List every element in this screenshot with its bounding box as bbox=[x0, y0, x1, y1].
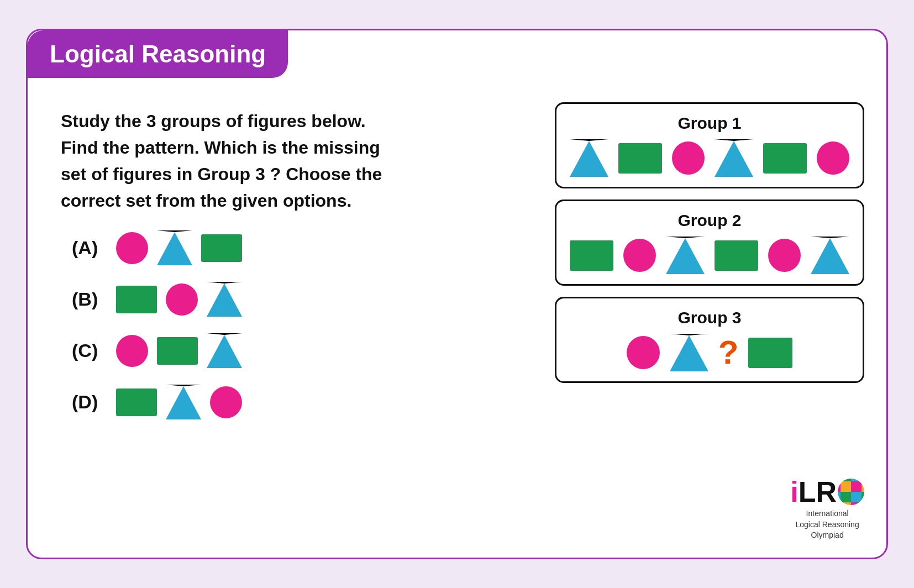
logo-circle-icon bbox=[838, 479, 864, 505]
green-rect-icon bbox=[157, 337, 198, 365]
green-rect-icon bbox=[116, 286, 157, 313]
main-card: Logical Reasoning Study the 3 groups of … bbox=[26, 29, 888, 559]
green-rect-icon bbox=[748, 338, 792, 368]
green-rect-icon bbox=[763, 143, 807, 174]
option-b-label: (B) bbox=[72, 288, 105, 310]
group-3-title: Group 3 bbox=[570, 308, 849, 327]
pink-circle-icon bbox=[627, 336, 660, 369]
blue-triangle-icon bbox=[670, 334, 708, 371]
logo-area: i L R InternationalLogical ReasoningOlym… bbox=[790, 477, 864, 541]
pink-circle-icon bbox=[672, 141, 705, 175]
logo-main: i L R bbox=[790, 477, 864, 506]
header-tab: Logical Reasoning bbox=[28, 30, 288, 78]
page-title: Logical Reasoning bbox=[50, 40, 266, 68]
group-2-box: Group 2 bbox=[555, 200, 864, 286]
question-text: Study the 3 groups of figures below. Fin… bbox=[61, 108, 392, 214]
blue-triangle-icon bbox=[666, 237, 705, 274]
group-1-box: Group 1 bbox=[555, 102, 864, 188]
blue-triangle-icon bbox=[166, 385, 201, 419]
option-c-shapes bbox=[116, 333, 242, 368]
blue-triangle-icon bbox=[715, 139, 753, 177]
group-2-title: Group 2 bbox=[570, 211, 849, 230]
option-c[interactable]: (C) bbox=[72, 333, 522, 368]
logo-l: L bbox=[799, 477, 816, 506]
pink-circle-icon bbox=[116, 232, 148, 264]
logo-r: R bbox=[816, 477, 837, 506]
option-c-label: (C) bbox=[72, 340, 105, 361]
option-d-label: (D) bbox=[72, 391, 105, 413]
green-rect-icon bbox=[116, 389, 157, 416]
blue-triangle-icon bbox=[207, 282, 242, 317]
options-list: (A) (B) bbox=[61, 230, 522, 419]
blue-triangle-icon bbox=[207, 333, 242, 368]
group-2-shapes bbox=[570, 237, 849, 274]
blue-triangle-icon bbox=[811, 237, 849, 274]
green-rect-icon bbox=[715, 240, 758, 271]
pink-circle-icon bbox=[210, 386, 242, 418]
group-1-shapes bbox=[570, 139, 849, 177]
pink-circle-icon bbox=[623, 239, 656, 272]
green-rect-icon bbox=[570, 240, 613, 271]
option-a[interactable]: (A) bbox=[72, 230, 522, 265]
option-b[interactable]: (B) bbox=[72, 282, 522, 317]
question-mark: ? bbox=[718, 336, 739, 369]
pink-circle-icon bbox=[116, 335, 148, 367]
group-3-shapes: ? bbox=[570, 334, 849, 371]
pink-circle-icon bbox=[166, 284, 198, 316]
group-3-box: Group 3 ? bbox=[555, 297, 864, 383]
green-rect-icon bbox=[201, 234, 242, 262]
blue-triangle-icon bbox=[570, 139, 608, 177]
green-rect-icon bbox=[618, 143, 662, 174]
option-d[interactable]: (D) bbox=[72, 385, 522, 419]
option-b-shapes bbox=[116, 282, 242, 317]
option-a-shapes bbox=[116, 230, 242, 265]
option-d-shapes bbox=[116, 385, 242, 419]
pink-circle-icon bbox=[817, 141, 849, 175]
option-a-label: (A) bbox=[72, 237, 105, 259]
group-1-title: Group 1 bbox=[570, 114, 849, 133]
blue-triangle-icon bbox=[157, 230, 192, 265]
pink-circle-icon bbox=[768, 239, 801, 272]
logo-sub: InternationalLogical ReasoningOlympiad bbox=[796, 508, 859, 541]
left-section: Study the 3 groups of figures below. Fin… bbox=[28, 91, 544, 558]
logo-i: i bbox=[790, 477, 798, 506]
